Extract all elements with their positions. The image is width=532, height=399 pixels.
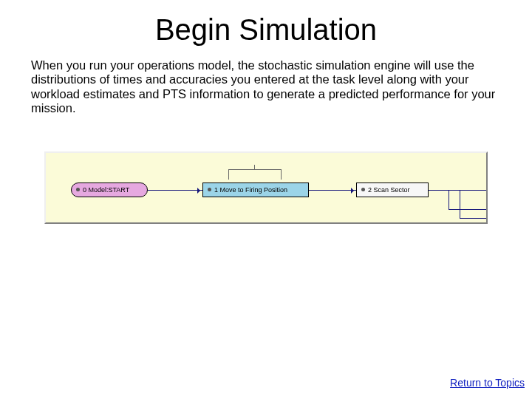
- node-start: 0 Model:START: [71, 183, 148, 197]
- branch-line: [460, 218, 488, 219]
- node-bracket-tick: [254, 165, 255, 170]
- node-dot-icon: [76, 188, 80, 191]
- node-move-label: 1 Move to Firing Position: [214, 186, 287, 194]
- connector-arrow: [148, 190, 202, 191]
- body-paragraph: When you run your operations model, the …: [31, 58, 502, 116]
- connector-arrow: [309, 190, 356, 191]
- node-dot-icon: [208, 188, 211, 191]
- branch-line: [449, 190, 449, 209]
- node-scan-label: 2 Scan Sector: [368, 186, 410, 194]
- node-start-label: 0 Model:START: [83, 186, 129, 194]
- node-bracket: [228, 169, 282, 180]
- branch-line: [460, 190, 460, 218]
- node-scan: 2 Scan Sector: [356, 183, 429, 197]
- node-move: 1 Move to Firing Position: [202, 183, 309, 197]
- return-to-topics-link[interactable]: Return to Topics: [450, 377, 525, 389]
- page-title: Begin Simulation: [0, 13, 532, 47]
- node-dot-icon: [361, 188, 365, 191]
- simulation-diagram: 0 Model:START 1 Move to Firing Position …: [44, 151, 488, 224]
- connector-line: [429, 190, 488, 191]
- branch-line: [449, 209, 488, 210]
